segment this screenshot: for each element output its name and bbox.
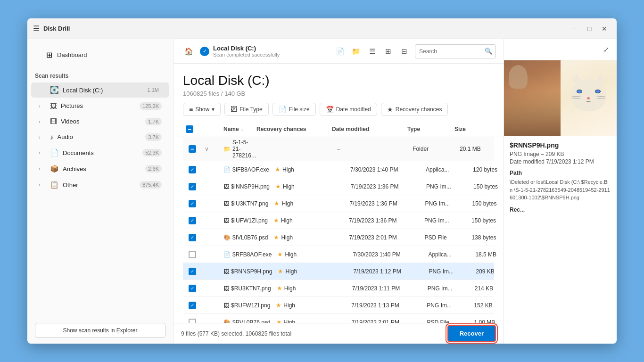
row-expand-cell bbox=[202, 185, 221, 189]
row-checkbox[interactable]: ✓ bbox=[189, 285, 196, 292]
file-type-label: File Type bbox=[239, 106, 262, 113]
row-checkbox-cell[interactable]: ✓ bbox=[183, 164, 202, 175]
search-input[interactable] bbox=[415, 48, 481, 55]
filter-icon: ≡ bbox=[189, 106, 193, 113]
row-checkbox-cell[interactable]: ✓ bbox=[183, 232, 202, 243]
row-date-cell: – bbox=[334, 144, 410, 154]
row-expand-cell[interactable]: ∨ bbox=[202, 144, 221, 154]
table-row[interactable]: ✓ 📄 $IFB8AOF.exe ★ High 7/30/2023 1:40 P… bbox=[183, 161, 494, 178]
close-button[interactable]: ✕ bbox=[598, 22, 611, 35]
date-modified-filter-button[interactable]: 📅 Date modified bbox=[320, 103, 377, 116]
sidebar-item-videos[interactable]: › 🎞 Videos 1.7K bbox=[31, 114, 169, 129]
th-name-label: Name bbox=[223, 126, 239, 132]
show-in-explorer-button[interactable]: Show scan results in Explorer bbox=[35, 323, 165, 338]
column-view-button[interactable]: ⊟ bbox=[397, 44, 411, 58]
row-size-cell: 18.5 MB bbox=[472, 249, 504, 260]
sidebar-item-archives[interactable]: › 📦 Archives 2.6K bbox=[31, 161, 169, 176]
table-body: – ∨ 📁 S-1-5-21-278216... – Folder 20.1 M… bbox=[173, 137, 504, 323]
row-checkbox-cell[interactable] bbox=[183, 249, 202, 260]
row-checkbox-cell[interactable]: ✓ bbox=[183, 266, 202, 277]
row-checkbox[interactable]: ✓ bbox=[189, 217, 196, 224]
star-icon: ★ bbox=[273, 217, 279, 224]
page-title: Local Disk (C:) bbox=[183, 73, 494, 88]
folder-view-button[interactable]: 📁 bbox=[349, 44, 363, 58]
sidebar-item-other-count: 875.4K bbox=[140, 181, 162, 189]
th-size[interactable]: Size bbox=[452, 122, 494, 137]
th-date[interactable]: Date modified bbox=[329, 122, 405, 137]
row-checkbox[interactable] bbox=[189, 251, 196, 258]
row-checkbox[interactable]: ✓ bbox=[189, 302, 196, 309]
file-size-filter-button[interactable]: 📄 File size bbox=[272, 103, 316, 116]
th-recovery-label: Recovery chances bbox=[256, 126, 306, 132]
th-select-all[interactable]: – bbox=[183, 122, 202, 137]
star-icon: ★ bbox=[274, 200, 280, 207]
row-date-cell: 7/19/2023 2:01 PM bbox=[349, 317, 424, 323]
row-checkbox[interactable]: ✓ bbox=[189, 234, 196, 241]
row-checkbox[interactable]: ✓ bbox=[189, 166, 196, 173]
row-checkbox[interactable]: – bbox=[189, 145, 196, 153]
table-row[interactable]: ✓ 🖼 $INNSP9H.png ★ High 7/19/2023 1:36 P… bbox=[183, 178, 494, 195]
recovery-chances-filter-button[interactable]: ★ Recovery chances bbox=[381, 103, 448, 116]
file-icon: 📄 bbox=[223, 251, 231, 258]
search-button[interactable]: 🔍 bbox=[481, 44, 495, 58]
maximize-button[interactable]: □ bbox=[583, 22, 596, 35]
table-row[interactable]: 🎨 $RVL0B76.psd ★ High 7/19/2023 2:01 PM … bbox=[183, 314, 494, 323]
row-checkbox[interactable]: ✓ bbox=[189, 268, 196, 275]
row-expand-cell bbox=[202, 219, 221, 222]
th-name[interactable]: Name ↓ bbox=[221, 122, 254, 137]
table-row[interactable]: ✓ 🖼 $RU3KTN7.png ★ High 7/19/2023 1:11 P… bbox=[183, 280, 494, 297]
file-type-filter-button[interactable]: 🖼 File Type bbox=[224, 103, 268, 116]
sidebar-item-documents[interactable]: › 📄 Documents 52.3K bbox=[31, 145, 169, 160]
preview-path-label: Path bbox=[510, 170, 611, 176]
recover-button[interactable]: Recover bbox=[447, 325, 496, 342]
table-row[interactable]: – ∨ 📁 S-1-5-21-278216... – Folder 20.1 M… bbox=[183, 137, 494, 161]
row-checkbox[interactable]: ✓ bbox=[189, 183, 196, 190]
minimize-button[interactable]: − bbox=[568, 22, 581, 35]
chevron-right-icon-archives: › bbox=[39, 166, 46, 172]
row-checkbox-cell[interactable]: ✓ bbox=[183, 198, 202, 209]
row-checkbox-cell[interactable]: – bbox=[183, 143, 202, 155]
menu-icon[interactable]: ☰ bbox=[33, 24, 40, 33]
grid-icon: ⊞ bbox=[46, 50, 52, 59]
pictures-icon: 🖼 bbox=[50, 102, 57, 110]
videos-icon: 🎞 bbox=[50, 117, 57, 125]
file-view-button[interactable]: 📄 bbox=[333, 44, 347, 58]
th-expand bbox=[202, 122, 221, 137]
sidebar-item-local-disk[interactable]: 💽 Local Disk (C:) 1.1M bbox=[31, 82, 169, 98]
sidebar-item-pictures-count: 125.2K bbox=[140, 102, 162, 110]
row-checkbox[interactable]: ✓ bbox=[189, 200, 196, 207]
row-checkbox-cell[interactable]: ✓ bbox=[183, 181, 202, 192]
row-checkbox-cell[interactable]: ✓ bbox=[183, 300, 202, 311]
row-checkbox-cell[interactable] bbox=[183, 317, 202, 323]
search-box[interactable]: 🔍 bbox=[415, 44, 496, 58]
app-window: ☰ Disk Drill − □ ✕ ⊞ Dashboard Scan resu… bbox=[27, 18, 617, 344]
content-toolbar: 🏠 ✓ Local Disk (C:) Scan completed succe… bbox=[173, 39, 504, 64]
row-checkbox[interactable] bbox=[189, 319, 196, 323]
table-row[interactable]: ✓ 🖼 $IU3KTN7.png ★ High 7/19/2023 1:36 P… bbox=[183, 195, 494, 212]
row-recovery-cell: ★ High bbox=[273, 317, 349, 323]
th-type[interactable]: Type bbox=[405, 122, 452, 137]
open-external-button[interactable]: ⤢ bbox=[600, 43, 613, 56]
row-date-cell: 7/19/2023 2:01 PM bbox=[346, 232, 421, 243]
home-button[interactable]: 🏠 bbox=[181, 44, 196, 59]
table-row[interactable]: ✓ 🖼 $RUFW1ZI.png ★ High 7/19/2023 1:13 P… bbox=[183, 297, 494, 314]
list-view-button[interactable]: ☰ bbox=[365, 44, 379, 58]
expand-icon[interactable]: ∨ bbox=[205, 146, 209, 152]
table-row[interactable]: 📄 $RFB8AOF.exe ★ High 7/30/2023 1:40 PM … bbox=[183, 246, 494, 263]
sidebar-item-audio[interactable]: › ♪ Audio 3.7K bbox=[31, 130, 169, 144]
show-filter-button[interactable]: ≡ Show ▾ bbox=[183, 103, 221, 116]
sidebar-item-dashboard[interactable]: ⊞ Dashboard bbox=[39, 47, 162, 63]
table-row-selected[interactable]: ✓ 🖼 $RNNSP9H.png ★ High 7/19/2023 1:12 P… bbox=[183, 263, 494, 280]
sidebar-item-other[interactable]: › 📋 Other 875.4K bbox=[31, 177, 169, 192]
row-checkbox-cell[interactable]: ✓ bbox=[183, 215, 202, 226]
th-recovery[interactable]: Recovery chances bbox=[254, 122, 329, 137]
preview-filename: $RNNSP9H.png bbox=[510, 141, 611, 149]
preview-image bbox=[504, 60, 617, 136]
select-all-checkbox[interactable]: – bbox=[186, 125, 193, 133]
row-checkbox-cell[interactable]: ✓ bbox=[183, 283, 202, 294]
grid-view-button[interactable]: ⊞ bbox=[381, 44, 395, 58]
file-icon: 🖼 bbox=[223, 217, 229, 224]
sidebar-item-pictures[interactable]: › 🖼 Pictures 125.2K bbox=[31, 99, 169, 113]
table-row[interactable]: ✓ 🖼 $IUFW1ZI.png ★ High 7/19/2023 1:36 P… bbox=[183, 212, 494, 229]
table-row[interactable]: ✓ 🎨 $IVL0B76.psd ★ High 7/19/2023 2:01 P… bbox=[183, 229, 494, 246]
